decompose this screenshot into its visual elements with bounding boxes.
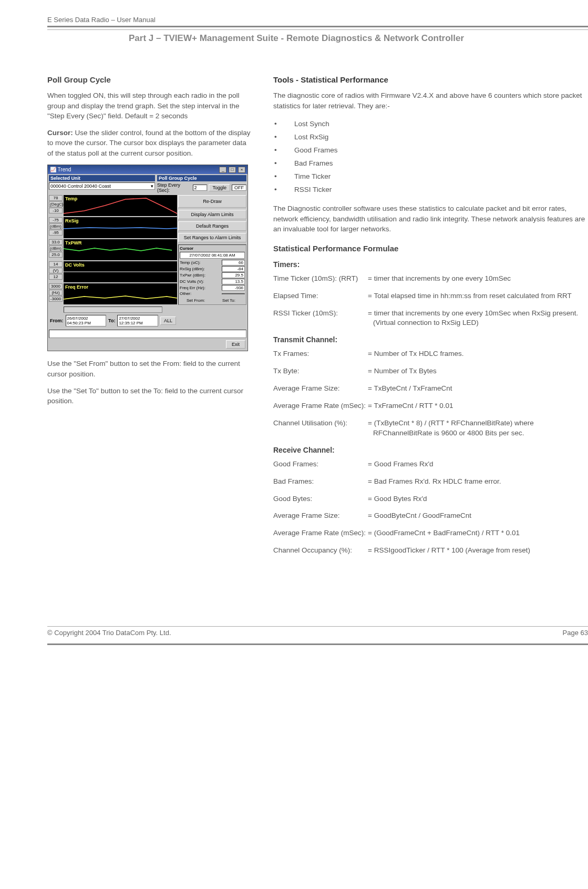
definition-row: Channel Occupancy (%):= RSSIgoodTicker /… — [273, 546, 588, 556]
display-alarm-limits-button[interactable]: Display Alarm Limits — [178, 210, 246, 219]
minimize-icon[interactable]: _ — [219, 167, 226, 173]
para-set-from: Use the "Set From" button to set the Fro… — [47, 359, 252, 379]
exit-button[interactable]: Exit — [226, 340, 245, 349]
graph-unit: (Hz) — [49, 290, 63, 295]
definition-desc: = (TxByteCnt * 8) / (RTT * RFChannelBitR… — [368, 418, 588, 438]
trend-titlebar: 📈 Trend _ □ × — [48, 165, 247, 174]
definition-row: Good Frames:= Good Frames Rx'd — [273, 459, 588, 469]
graph-canvas: Temp — [64, 195, 177, 216]
counter-item: Bad Frames — [273, 157, 588, 170]
cursor-row-label: TxPwr (dBm): — [180, 273, 205, 278]
definition-row: Channel Utilisation (%):= (TxByteCnt * 8… — [273, 418, 588, 438]
toggle-state: OFF — [232, 185, 246, 191]
cursor-row-value: 13.5 — [222, 279, 245, 284]
graph-canvas: RxSig — [64, 217, 177, 238]
side-panel: Re-Draw Display Alarm Limits Default Ran… — [178, 195, 246, 328]
cursor-value-row: Other: — [180, 291, 245, 296]
graph-canvas: Freq Error — [64, 283, 177, 304]
page-footer: © Copyright 2004 Trio DataCom Pty. Ltd. … — [47, 626, 588, 645]
definition-row: Average Frame Size:= GoodByteCnt / GoodF… — [273, 511, 588, 521]
set-to-button[interactable]: Set To: — [213, 298, 245, 303]
cursor-value-row: RxSig (dBm):-84 — [180, 266, 245, 272]
from-field[interactable]: 26/07/2002 04:50:23 PM — [66, 315, 107, 326]
graph-top-value: 33.0 — [49, 239, 63, 245]
group-rx: Receive Channel: — [273, 446, 588, 454]
step-every-label: Step Every (Sec): — [157, 182, 191, 193]
definition-desc: = TxByteCnt / TxFrameCnt — [368, 384, 588, 394]
group-tx: Transmit Channel: — [273, 335, 588, 344]
definition-term: Good Frames: — [273, 459, 368, 469]
toggle-button[interactable]: Toggle — [209, 184, 230, 191]
section-header: Part J – TVIEW+ Management Suite - Remot… — [129, 33, 588, 44]
definition-row: Average Frame Size:= TxByteCnt / TxFrame… — [273, 384, 588, 394]
to-field[interactable]: 27/07/2002 12:35:12 PM — [117, 315, 158, 326]
heading-poll-group-cycle: Poll Group Cycle — [47, 75, 252, 84]
definition-desc: = Good Bytes Rx'd — [368, 494, 588, 504]
definition-term: Tx Frames: — [273, 349, 368, 359]
definition-row: Elapsed Time:= Total elapsed time in hh:… — [273, 291, 588, 301]
cursor-row-value: 29.5 — [222, 272, 245, 278]
para-set-to: Use the "Set To" button to set the To: f… — [47, 386, 252, 406]
maximize-icon[interactable]: □ — [229, 167, 236, 173]
definition-term: Bad Frames: — [273, 477, 368, 487]
all-button[interactable]: ALL — [160, 316, 176, 325]
graph-bot-value: -3000 — [49, 296, 63, 302]
graph-unit: (DegC) — [49, 201, 63, 207]
trend-graph: 78 (DegC) -10 Temp — [49, 195, 177, 216]
cursor-slider[interactable] — [64, 306, 162, 313]
cursor-label: Cursor: — [47, 129, 73, 137]
status-bar — [49, 330, 246, 338]
close-icon[interactable]: × — [238, 167, 245, 173]
graph-top-value: 14 — [49, 261, 63, 267]
cursor-value-row: Freq Err (Hz):-936 — [180, 285, 245, 291]
window-buttons: _ □ × — [219, 166, 245, 173]
set-ranges-button[interactable]: Set Ranges to Alarm Limits — [178, 233, 246, 242]
cursor-value-row: TxPwr (dBm):29.5 — [180, 272, 245, 278]
definition-desc: = Good Frames Rx'd — [368, 459, 588, 469]
cursor-value-row: DC Volts (V):13.5 — [180, 279, 245, 284]
graph-unit: (V) — [49, 268, 63, 273]
definition-term: Good Bytes: — [273, 494, 368, 504]
definition-row: Bad Frames:= Bad Frames Rx'd. Rx HDLC fr… — [273, 477, 588, 487]
definition-term: Average Frame Rate (mSec): — [273, 528, 368, 538]
definition-row: Average Frame Rate (mSec):= (GoodFrameCn… — [273, 528, 588, 538]
definition-term: Average Frame Size: — [273, 511, 368, 521]
heading-tools-statistical: Tools - Statistical Performance — [273, 75, 588, 84]
trend-window: 📈 Trend _ □ × Selected Unit 000040 Contr… — [47, 165, 248, 351]
selected-unit-combo[interactable]: 000040 Control 20040 Coast ▾ — [49, 182, 155, 190]
selected-unit-value: 000040 Control 20040 Coast — [50, 183, 111, 189]
redraw-button[interactable]: Re-Draw — [178, 195, 246, 208]
graph-bot-value: -10 — [49, 208, 63, 213]
definition-desc: = Number of Tx Bytes — [368, 366, 588, 376]
cursor-value-row: Temp (oC):66 — [180, 260, 245, 265]
trend-graph: 33.0 (dBm) 25.0 TxPWR — [49, 239, 177, 260]
definition-row: RSSI Ticker (10mS):= timer that incremen… — [273, 309, 588, 329]
graph-canvas: TxPWR — [64, 239, 177, 260]
group-timers: Timers: — [273, 260, 588, 269]
step-every-input[interactable]: 2 — [193, 185, 208, 191]
counter-item: RSSI Ticker — [273, 183, 588, 196]
counter-item: Good Frames — [273, 144, 588, 157]
left-column: Poll Group Cycle When toggled ON, this w… — [47, 75, 252, 563]
heading-tools-text: Tools - Statistical Performance — [273, 75, 388, 84]
cursor-text: Use the slider control, found at the bot… — [47, 129, 250, 157]
graph-top-value: 78 — [49, 195, 63, 201]
definition-term: Time Ticker (10mS): (RRT) — [273, 274, 368, 284]
definition-desc: = GoodByteCnt / GoodFrameCnt — [368, 511, 588, 521]
graph-top-value: 3000 — [49, 283, 63, 289]
definition-term: RSSI Ticker (10mS): — [273, 309, 368, 329]
para-diag-controller: The Diagnostic controller software uses … — [273, 203, 588, 234]
trend-graph: 14 (V) 12 DC Volts — [49, 261, 177, 282]
counter-item: Lost Synch — [273, 117, 588, 130]
cursor-row-label: Temp (oC): — [180, 260, 201, 265]
graph-top-value: -75 — [49, 217, 63, 223]
to-label: To: — [108, 318, 115, 323]
para-cursor: Cursor: Use the slider control, found at… — [47, 128, 252, 159]
cursor-row-label: Freq Err (Hz): — [180, 285, 205, 290]
default-ranges-button[interactable]: Default Ranges — [178, 221, 246, 231]
set-from-button[interactable]: Set From: — [180, 298, 212, 303]
from-label: From: — [50, 318, 64, 323]
cursor-box-title: Cursor — [180, 246, 245, 251]
definition-desc: = timer that increments by one every 10m… — [368, 309, 588, 329]
definition-desc: = (GoodFrameCnt + BadFrameCnt) / RTT * 0… — [368, 528, 588, 538]
